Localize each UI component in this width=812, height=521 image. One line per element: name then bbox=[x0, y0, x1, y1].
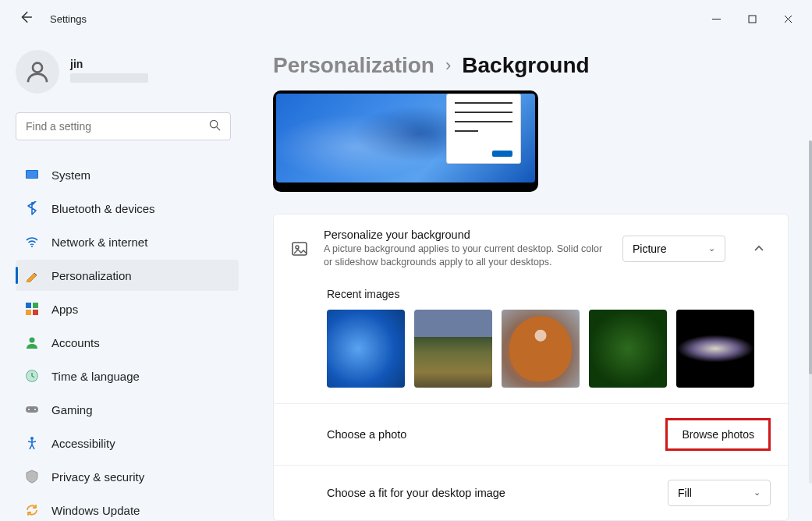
nav-personalization[interactable]: Personalization bbox=[16, 260, 239, 291]
nav-label: Time & language bbox=[51, 370, 140, 383]
browse-photos-button[interactable]: Browse photos bbox=[668, 420, 768, 448]
choose-photo-row: Choose a photo Browse photos bbox=[274, 403, 788, 465]
svg-rect-7 bbox=[33, 303, 38, 308]
nav-label: Accessibility bbox=[51, 437, 115, 450]
personalize-background-panel: Personalize your background A picture ba… bbox=[273, 214, 789, 521]
nav-accessibility[interactable]: Accessibility bbox=[16, 427, 239, 459]
titlebar: Settings bbox=[0, 0, 812, 37]
back-button[interactable] bbox=[16, 7, 36, 30]
scrollbar-thumb[interactable] bbox=[809, 140, 812, 374]
nav-label: System bbox=[51, 168, 90, 182]
nav-accounts[interactable]: Accounts bbox=[16, 327, 239, 358]
minimize-button[interactable] bbox=[698, 6, 734, 31]
recent-image-thumb[interactable] bbox=[589, 310, 667, 388]
highlight-annotation: Browse photos bbox=[665, 418, 771, 451]
svg-point-14 bbox=[28, 409, 30, 410]
svg-rect-4 bbox=[27, 171, 37, 178]
svg-rect-6 bbox=[26, 303, 31, 308]
svg-point-10 bbox=[30, 338, 35, 343]
svg-point-18 bbox=[296, 246, 299, 249]
nav-label: Windows Update bbox=[51, 504, 140, 517]
choose-photo-label: Choose a photo bbox=[327, 428, 406, 441]
recent-image-thumb[interactable] bbox=[502, 310, 580, 388]
recent-images-label: Recent images bbox=[327, 288, 771, 300]
breadcrumb: Personalization › Background bbox=[273, 53, 789, 78]
recent-image-thumb[interactable] bbox=[327, 310, 405, 388]
dropdown-value: Fill bbox=[678, 487, 692, 499]
gamepad-icon bbox=[25, 402, 39, 416]
update-icon bbox=[25, 503, 39, 517]
sidebar: jin System Bluetooth & devices Network &… bbox=[0, 37, 242, 521]
svg-rect-9 bbox=[33, 310, 38, 315]
svg-rect-0 bbox=[749, 16, 756, 23]
svg-point-5 bbox=[31, 246, 33, 247]
main-content: Personalization › Background Personalize… bbox=[242, 37, 812, 521]
recent-image-thumb[interactable] bbox=[676, 310, 754, 388]
bluetooth-icon bbox=[25, 201, 39, 215]
nav-label: Bluetooth & devices bbox=[51, 202, 155, 215]
nav-label: Apps bbox=[51, 303, 78, 316]
search-icon bbox=[209, 119, 221, 133]
collapse-toggle[interactable] bbox=[747, 243, 771, 254]
nav-label: Gaming bbox=[51, 403, 93, 416]
paint-icon bbox=[25, 268, 39, 282]
fit-dropdown[interactable]: Fill ⌄ bbox=[668, 480, 771, 506]
svg-rect-13 bbox=[26, 406, 38, 413]
background-type-dropdown[interactable]: Picture ⌄ bbox=[622, 236, 725, 262]
nav-gaming[interactable]: Gaming bbox=[16, 394, 239, 425]
svg-point-15 bbox=[34, 409, 36, 410]
scrollbar[interactable] bbox=[809, 140, 812, 484]
nav-update[interactable]: Windows Update bbox=[16, 494, 239, 521]
close-button[interactable] bbox=[770, 6, 806, 31]
image-icon bbox=[291, 240, 308, 257]
nav-privacy[interactable]: Privacy & security bbox=[16, 461, 239, 492]
user-profile[interactable]: jin bbox=[16, 50, 239, 94]
page-title: Background bbox=[462, 53, 589, 78]
person-icon bbox=[25, 335, 39, 349]
search-input[interactable] bbox=[26, 120, 209, 133]
nav-label: Privacy & security bbox=[51, 470, 144, 484]
wifi-icon bbox=[25, 235, 39, 249]
nav-bluetooth[interactable]: Bluetooth & devices bbox=[16, 193, 239, 224]
app-title: Settings bbox=[50, 13, 87, 25]
nav-apps[interactable]: Apps bbox=[16, 293, 239, 324]
clock-icon bbox=[25, 369, 39, 383]
shield-icon bbox=[25, 470, 39, 484]
svg-rect-8 bbox=[26, 310, 31, 315]
chevron-down-icon: ⌄ bbox=[708, 243, 715, 253]
personalize-title: Personalize your background bbox=[324, 229, 607, 241]
chevron-down-icon: ⌄ bbox=[753, 487, 761, 498]
search-box[interactable] bbox=[16, 112, 231, 140]
background-preview bbox=[273, 90, 538, 192]
nav-label: Personalization bbox=[51, 269, 132, 282]
choose-fit-label: Choose a fit for your desktop image bbox=[327, 487, 505, 499]
nav-list: System Bluetooth & devices Network & int… bbox=[16, 159, 239, 521]
accessibility-icon bbox=[25, 436, 39, 450]
svg-point-2 bbox=[210, 120, 217, 127]
recent-image-thumb[interactable] bbox=[414, 310, 492, 388]
personalize-description: A picture background applies to your cur… bbox=[324, 243, 607, 269]
system-icon bbox=[25, 168, 39, 182]
breadcrumb-parent[interactable]: Personalization bbox=[273, 53, 434, 78]
nav-network[interactable]: Network & internet bbox=[16, 226, 239, 257]
recent-images-row bbox=[327, 310, 771, 388]
avatar bbox=[16, 50, 59, 94]
maximize-button[interactable] bbox=[734, 6, 770, 31]
chevron-right-icon: › bbox=[445, 55, 451, 76]
nav-system[interactable]: System bbox=[16, 159, 239, 190]
user-email-redacted bbox=[70, 73, 148, 83]
svg-point-16 bbox=[30, 437, 34, 440]
svg-point-1 bbox=[33, 63, 42, 73]
choose-fit-row: Choose a fit for your desktop image Fill… bbox=[274, 465, 788, 520]
nav-label: Network & internet bbox=[51, 236, 147, 249]
nav-label: Accounts bbox=[51, 336, 100, 349]
dropdown-value: Picture bbox=[633, 243, 667, 255]
apps-icon bbox=[25, 302, 39, 316]
user-name: jin bbox=[70, 58, 148, 70]
nav-time[interactable]: Time & language bbox=[16, 360, 239, 392]
